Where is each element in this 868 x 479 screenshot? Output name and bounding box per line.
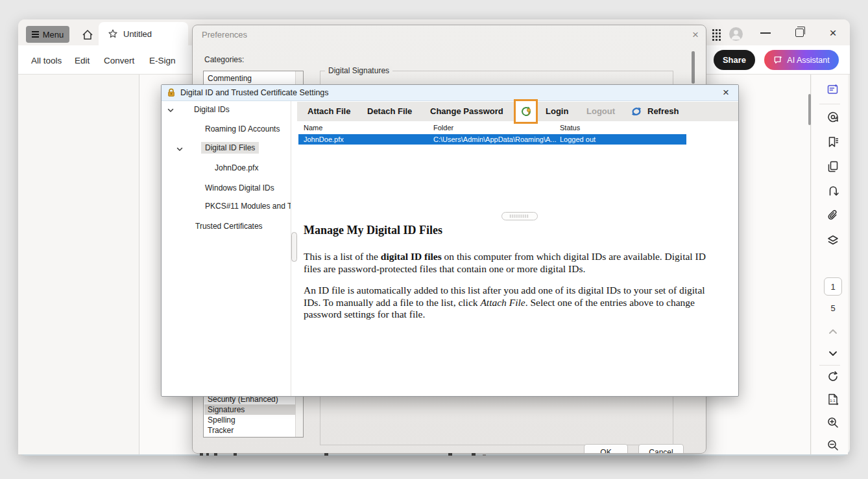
ai-summary-icon[interactable] bbox=[826, 83, 839, 96]
ai-assistant-icon bbox=[773, 55, 783, 65]
p2-italic-text: Attach File bbox=[480, 297, 525, 308]
nav-all-tools[interactable]: All tools bbox=[31, 53, 62, 67]
column-header-folder[interactable]: Folder bbox=[433, 124, 453, 132]
app-switcher-icon[interactable] bbox=[709, 28, 723, 42]
usage-options-icon[interactable] bbox=[519, 104, 533, 119]
nav-edit[interactable]: Edit bbox=[75, 53, 90, 67]
cancel-button[interactable]: Cancel bbox=[638, 444, 684, 454]
ok-button[interactable]: OK bbox=[584, 444, 628, 454]
content-paragraph-2: An ID file is automatically added to thi… bbox=[304, 285, 720, 321]
table-row-selected[interactable]: JohnDoe.pfx C:\Users\Admin\AppData\Roami… bbox=[298, 134, 686, 145]
left-panel bbox=[18, 75, 139, 454]
document-scrollbar[interactable] bbox=[808, 94, 811, 125]
digital-id-dialog: Digital ID and Trusted Certificate Setti… bbox=[161, 84, 739, 397]
content-heading: Manage My Digital ID Files bbox=[304, 224, 442, 237]
hamburger-icon bbox=[32, 31, 39, 38]
splitter-grip-dots bbox=[510, 215, 529, 218]
document-tab[interactable]: Untitled bbox=[99, 22, 188, 45]
page-number-value: 1 bbox=[830, 282, 835, 292]
chevron-down-icon[interactable] bbox=[176, 145, 184, 153]
rotate-icon[interactable] bbox=[826, 370, 839, 383]
bookmarks-icon[interactable] bbox=[826, 135, 839, 148]
comments-icon[interactable] bbox=[826, 111, 839, 124]
svg-text:1:1: 1:1 bbox=[830, 399, 836, 403]
digital-id-dialog-title: Digital ID and Trusted Certificate Setti… bbox=[180, 88, 329, 97]
cell-name: JohnDoe.pfx bbox=[304, 135, 344, 143]
cancel-label: Cancel bbox=[649, 448, 673, 454]
refresh-icon bbox=[631, 106, 642, 117]
category-item-signatures[interactable]: Signatures bbox=[204, 404, 295, 415]
digital-id-titlebar: Digital ID and Trusted Certificate Setti… bbox=[162, 85, 738, 101]
p1-text: This is a list of the bbox=[304, 251, 381, 262]
desktop: Menu Untitled × All tools Edit Convert E… bbox=[0, 0, 868, 479]
zoom-in-icon[interactable] bbox=[826, 416, 839, 429]
profile-avatar[interactable] bbox=[729, 27, 743, 41]
cell-status: Logged out bbox=[560, 135, 596, 143]
window-close-button[interactable]: × bbox=[826, 26, 840, 40]
tree-item-johndoe-pfx[interactable]: JohnDoe.pfx bbox=[215, 163, 258, 172]
attachments-icon[interactable] bbox=[826, 209, 839, 222]
share-button[interactable]: Share bbox=[714, 50, 755, 70]
page-total: 5 bbox=[824, 303, 842, 313]
rail-divider bbox=[819, 104, 840, 104]
content-paragraph-1: This is a list of the digital ID files o… bbox=[304, 251, 720, 275]
document-tab-title: Untitled bbox=[123, 29, 152, 39]
next-page-icon[interactable] bbox=[826, 347, 839, 360]
home-icon bbox=[81, 29, 94, 41]
cell-folder: C:\Users\Admin\AppData\Roaming\A... bbox=[433, 135, 557, 143]
attach-file-button[interactable]: Attach File bbox=[307, 106, 350, 116]
share-label: Share bbox=[723, 55, 746, 65]
page-number-input[interactable]: 1 bbox=[824, 277, 842, 296]
minimize-button[interactable] bbox=[760, 32, 771, 34]
menu-button[interactable]: Menu bbox=[26, 26, 69, 43]
preferences-close-icon[interactable]: × bbox=[688, 28, 703, 42]
ai-assistant-button[interactable]: AI Assistant bbox=[764, 50, 839, 70]
rail-divider bbox=[819, 365, 840, 366]
preferences-scrollbar[interactable] bbox=[692, 51, 695, 84]
chevron-down-icon[interactable] bbox=[167, 106, 175, 114]
tree-item-digital-ids[interactable]: Digital IDs bbox=[194, 105, 230, 114]
category-item-commenting[interactable]: Commenting bbox=[204, 73, 295, 84]
menu-button-label: Menu bbox=[43, 30, 64, 40]
u-turn-arrow-icon[interactable] bbox=[826, 185, 839, 198]
restore-button[interactable] bbox=[795, 29, 804, 37]
login-button[interactable]: Login bbox=[546, 106, 568, 116]
layers-icon[interactable] bbox=[826, 234, 839, 247]
home-button[interactable] bbox=[77, 27, 98, 43]
padlock-icon bbox=[167, 88, 176, 97]
tree-item-trusted-certificates[interactable]: Trusted Certificates bbox=[195, 222, 263, 231]
digital-id-close-icon[interactable]: × bbox=[719, 86, 733, 100]
digital-id-tree: Digital IDs Roaming ID Accounts Digital … bbox=[162, 101, 291, 397]
star-icon bbox=[108, 29, 118, 39]
ai-assistant-label: AI Assistant bbox=[787, 56, 829, 65]
actual-size-icon[interactable]: 1:1 bbox=[826, 393, 839, 406]
category-item-spelling[interactable]: Spelling bbox=[204, 415, 295, 425]
previous-page-icon[interactable] bbox=[826, 325, 839, 338]
refresh-button[interactable]: Refresh bbox=[647, 106, 679, 116]
copy-pages-icon[interactable] bbox=[826, 160, 839, 173]
column-header-name[interactable]: Name bbox=[304, 124, 322, 132]
usage-options-highlight bbox=[514, 99, 538, 124]
tree-item-roaming-id-accounts[interactable]: Roaming ID Accounts bbox=[205, 124, 280, 134]
tree-item-digital-id-files[interactable]: Digital ID Files bbox=[201, 142, 259, 154]
tree-item-pkcs11-modules[interactable]: PKCS#11 Modules and Tokens bbox=[205, 202, 291, 211]
category-item-tracker[interactable]: Tracker bbox=[204, 425, 295, 436]
categories-label: Categories: bbox=[204, 55, 244, 64]
change-password-button[interactable]: Change Password bbox=[430, 106, 503, 116]
nav-esign[interactable]: E-Sign bbox=[149, 53, 176, 67]
zoom-out-icon[interactable] bbox=[826, 439, 839, 452]
logout-button[interactable]: Logout bbox=[586, 106, 615, 116]
ok-label: OK bbox=[600, 448, 611, 454]
p1-bold-text: digital ID files bbox=[381, 251, 442, 262]
tree-splitter-handle[interactable] bbox=[291, 232, 297, 262]
detach-file-button[interactable]: Detach File bbox=[367, 106, 412, 116]
nav-convert[interactable]: Convert bbox=[104, 53, 134, 67]
digital-signatures-heading: Digital Signatures bbox=[325, 66, 392, 75]
list-splitter-handle[interactable] bbox=[501, 212, 538, 220]
tree-item-windows-digital-ids[interactable]: Windows Digital IDs bbox=[205, 183, 274, 193]
column-header-status[interactable]: Status bbox=[560, 124, 580, 132]
preferences-title: Preferences bbox=[202, 30, 247, 40]
